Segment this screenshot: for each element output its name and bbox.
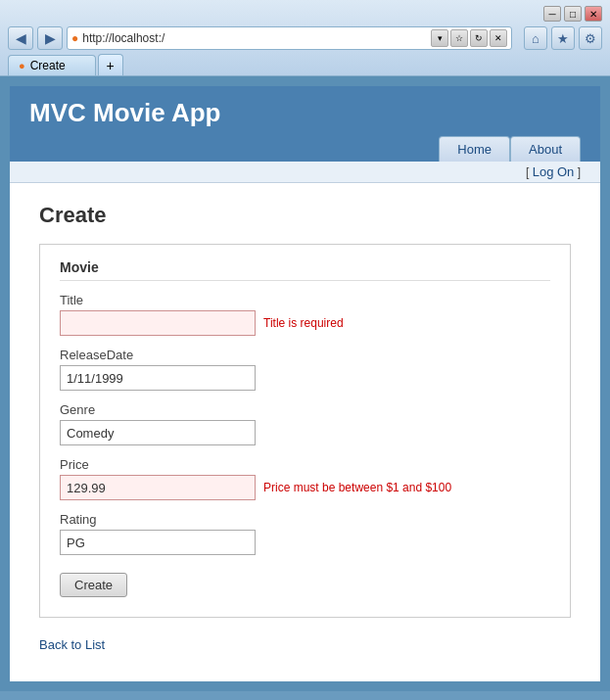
rating-input-row [60,530,550,555]
app-title: MVC Movie App [29,98,581,128]
new-tab-button[interactable]: + [98,54,123,75]
rating-input[interactable] [60,530,256,555]
release-date-label: ReleaseDate [60,348,550,362]
page-title: Create [39,203,571,228]
titlebar: ─ □ ✕ [8,6,602,22]
price-input[interactable] [60,475,256,500]
stop-button[interactable]: ✕ [490,29,507,47]
dropdown-button[interactable]: ▾ [431,29,448,47]
favorites-icon-button[interactable]: ★ [551,26,575,50]
release-date-input[interactable] [60,365,256,391]
logon-link[interactable]: Log On [533,164,575,179]
logon-suffix: ] [574,165,581,179]
browser-toolbar: ◀ ▶ ● ▾ ☆ ↻ ✕ ⌂ ★ ⚙ [8,26,602,50]
main-content: Create Movie Title Title is required Rel… [10,183,600,681]
about-nav-link[interactable]: About [510,136,581,162]
tab-favicon: ● [19,60,25,71]
price-field-group: Price Price must be between $1 and $100 [60,457,550,500]
address-input[interactable] [82,31,429,45]
price-label: Price [60,457,550,472]
genre-label: Genre [60,402,550,417]
app-header: MVC Movie App Home About [10,86,600,162]
genre-input-row [60,420,550,445]
tab-bar: ● Create + [8,54,602,75]
address-bar-container: ● ▾ ☆ ↻ ✕ [67,26,512,50]
title-field-group: Title Title is required [60,293,550,336]
home-nav-link[interactable]: Home [439,136,510,162]
genre-input[interactable] [60,420,256,445]
rating-label: Rating [60,512,550,527]
page-content: MVC Movie App Home About [ Log On ] Crea… [10,86,600,681]
settings-icon-button[interactable]: ⚙ [579,26,602,50]
create-button[interactable]: Create [60,573,127,597]
price-error: Price must be between $1 and $100 [263,481,451,494]
favorites-button[interactable]: ☆ [450,29,468,47]
title-label: Title [60,293,550,307]
minimize-button[interactable]: ─ [543,6,561,22]
close-button[interactable]: ✕ [585,6,602,22]
browser-chrome: ─ □ ✕ ◀ ▶ ● ▾ ☆ ↻ ✕ ⌂ ★ ⚙ ● Create + [0,0,610,76]
release-date-input-row [60,365,550,391]
back-to-list-link[interactable]: Back to List [39,637,105,652]
restore-button[interactable]: □ [564,6,582,22]
refresh-button[interactable]: ↻ [470,29,488,47]
title-input[interactable] [60,310,256,336]
movie-form-section: Movie Title Title is required ReleaseDat… [39,244,571,618]
rating-field-group: Rating [60,512,550,555]
price-input-row: Price must be between $1 and $100 [60,475,550,500]
app-nav: Home About [29,136,581,162]
toolbar-right: ⌂ ★ ⚙ [524,26,602,50]
active-tab[interactable]: ● Create [8,55,96,75]
titlebar-right: ─ □ ✕ [543,6,602,22]
address-favicon: ● [71,31,78,45]
back-button[interactable]: ◀ [8,26,33,50]
logon-bar: [ Log On ] [10,162,600,183]
genre-field-group: Genre [60,402,550,445]
forward-button[interactable]: ▶ [37,26,63,50]
title-input-row: Title is required [60,310,550,336]
page-wrapper: MVC Movie App Home About [ Log On ] Crea… [0,76,610,691]
logon-prefix: [ [526,165,533,179]
tab-title: Create [30,59,66,72]
title-error: Title is required [263,316,344,330]
release-date-field-group: ReleaseDate [60,348,550,391]
form-section-title: Movie [60,259,550,281]
home-icon-button[interactable]: ⌂ [524,26,547,50]
